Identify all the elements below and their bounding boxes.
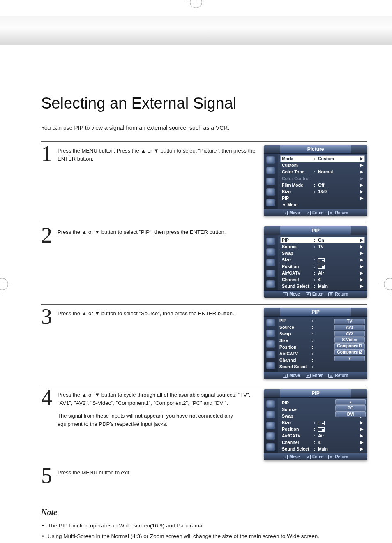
osd-row-value: 4 [318,440,359,445]
hint-move: Move [289,292,300,296]
osd-row-value: Air [318,270,359,275]
osd-title: PIP [264,308,367,317]
osd-row-label: PIP [282,196,314,201]
step-3: 3 Press the ▲ or ▼ button to select "Sou… [41,304,367,386]
move-icon: ↕ [283,292,288,296]
hint-enter: Enter [312,373,323,378]
chevron-right-icon: ▶ [359,176,363,180]
setup-icon [266,443,275,451]
hint-enter: Enter [312,292,323,296]
hint-enter: Enter [312,455,323,459]
osd-row-label: Film Mode [282,183,314,187]
function-icon [266,432,275,440]
return-icon: ⊟ [328,292,333,296]
osd-row-value: 16:9 [318,189,359,194]
chevron-right-icon: ▶ [359,421,363,425]
osd-row-label: Source : [279,325,313,331]
osd-row-label: Channel : [279,358,313,364]
chevron-right-icon: ▶ [359,434,363,438]
chevron-right-icon: ▶ [359,277,363,282]
osd-row-label: Sound Select : [279,364,313,371]
pip-position-icon [318,427,325,432]
osd-row-label: PIP : [279,318,313,325]
move-icon: ↕ [283,211,288,215]
osd-row-label: Channel [282,440,314,445]
osd-row-label: Position [282,427,314,432]
osd-menu-row: Source:TV▶ [280,243,365,250]
osd-row-value [318,264,359,269]
osd-row-label: Air/CATV : [279,351,313,358]
chevron-right-icon: ▶ [359,427,363,431]
step-number: 5 [41,467,54,485]
osd-row-label: Position [282,264,314,269]
osd-row-value [318,420,359,425]
osd-row-label: Size [282,257,314,262]
chevron-right-icon: ▶ [359,251,363,255]
osd-pip-source-cycle: PIP ▲PCDVI PIP▶Source▶Swap▶Size:▶Positio… [264,389,367,460]
osd-row-label: Position : [279,344,313,351]
step-4: 4 Press the ▲ or ▼ button to cycle throu… [41,386,367,467]
osd-row-label: ▼ More [282,202,314,207]
chevron-right-icon: ▶ [359,163,363,167]
osd-row-value: On [318,238,359,243]
step-5: 5 Press the MENU button to exit. [41,467,367,491]
osd-menu-row: Channel:4▶ [280,439,365,446]
chevron-right-icon: ▶ [359,245,363,249]
osd-source-option: Component1 [334,343,365,349]
osd-title: PIP [264,389,367,398]
picture-icon [266,238,275,245]
enter-icon: ↵ [306,292,311,296]
osd-row-label: Sound Select [282,446,314,451]
return-icon: ⊟ [328,211,333,215]
osd-menu-row: Color Control▶ [280,175,365,182]
move-icon: ↕ [283,374,288,378]
osd-title: Picture [264,145,367,154]
header-band [0,16,392,45]
step-1: 1 Press the MENU button. Press the ▲ or … [41,141,367,223]
osd-row-value [318,257,359,262]
note-heading: Note [41,508,58,518]
step-text: Press the MENU button to exit. [58,467,131,477]
return-icon: ⊟ [328,374,333,378]
osd-source-option: Component2 [334,349,365,355]
osd-menu-row: Sound Select:Main▶ [280,446,365,452]
osd-menu-row: PIP:On▶ [280,237,365,243]
osd-source-option: S-Video [334,337,365,343]
chevron-right-icon: ▶ [359,183,363,187]
step-text: Press the ▲ or ▼ button to cycle through… [58,389,256,428]
osd-menu-row: Position:▶ [280,263,365,270]
osd-row-label: Source [282,407,314,412]
osd-menu-row: Size:▶ [280,256,365,263]
hint-move: Move [289,373,300,378]
chevron-right-icon: ▶ [359,189,363,194]
note-item: Using Multi-Screen in the Normal (4:3) o… [41,532,367,541]
osd-menu-row: ▼ More [280,201,365,208]
sound-icon [266,248,275,256]
channel-icon [266,340,275,348]
osd-row-label: Swap : [279,331,313,338]
osd-footer: ↕Move ↵Enter ⊟Return [264,290,367,298]
osd-row-label: PIP [282,238,314,243]
return-icon: ⊟ [328,455,333,459]
osd-row-label: Channel [282,277,314,282]
osd-row-label: Swap [282,414,314,418]
osd-menu-row: Size:16:9▶ [280,188,365,195]
note-section: Note The PIP function operates in Wide s… [41,508,367,541]
osd-source-option: ▼ [334,356,365,361]
osd-menu-row: Air/CATV:Air▶ [280,432,365,439]
osd-menu-row: Air/CATV:Air▶ [280,270,365,276]
osd-source-option: TV [334,319,365,324]
osd-menu-row: Position:▶ [280,426,365,432]
osd-menu-row: Film Mode:Off▶ [280,182,365,188]
osd-title: PIP [264,226,367,235]
step-text: Press the ▲ or ▼ button to select "PIP",… [58,226,226,236]
pip-position-icon [318,258,325,262]
hint-move: Move [289,455,300,459]
page-title: Selecting an External Signal [41,95,367,112]
osd-category-icons [264,398,278,453]
chevron-right-icon: ▶ [359,157,363,161]
chevron-right-icon: ▶ [359,447,363,451]
hint-return: Return [335,210,348,215]
osd-row-label: Size [282,189,314,194]
osd-row-label: Custom [282,163,314,168]
